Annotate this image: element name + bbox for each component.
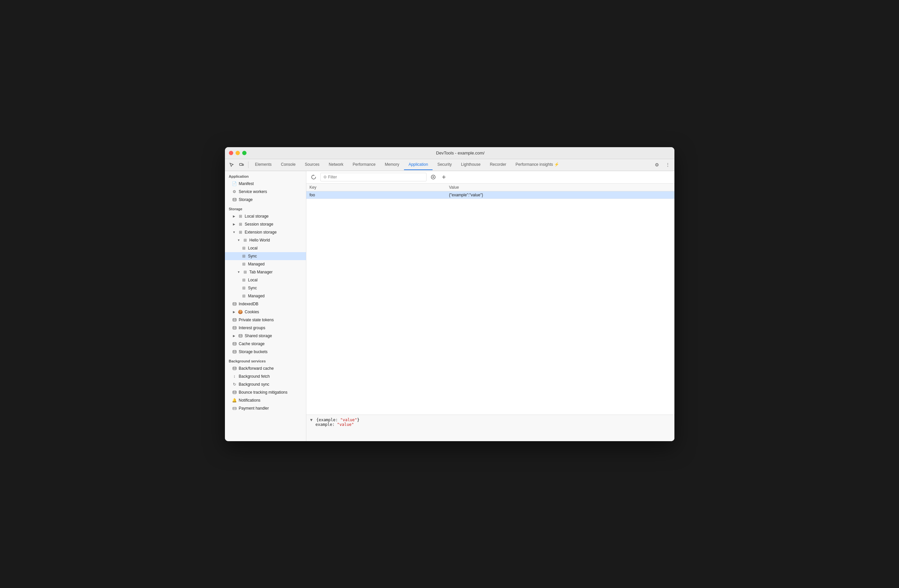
file-icon: 📄 <box>232 181 237 186</box>
arrows-icon: ↕ <box>232 374 237 379</box>
content-toolbar: ⚙ <box>306 171 674 184</box>
minimize-button[interactable] <box>236 151 240 155</box>
arrow-right-icon: ▶ <box>232 222 236 226</box>
window-title: DevTools - example.com/ <box>250 150 670 156</box>
svg-point-2 <box>233 198 236 199</box>
gear-icon: ⚙ <box>232 189 237 194</box>
svg-point-4 <box>233 318 236 319</box>
main-toolbar: Elements Console Sources Network Perform… <box>225 159 674 171</box>
grid-icon: ⊞ <box>241 278 246 282</box>
maximize-button[interactable] <box>242 151 247 155</box>
db-icon <box>232 390 237 395</box>
refresh-button[interactable] <box>310 173 318 181</box>
sidebar-item-hello-world[interactable]: ▼ ⊞ Hello World <box>225 236 306 244</box>
sidebar-item-hello-world-sync[interactable]: ⊞ Sync <box>225 252 306 260</box>
sidebar-item-session-storage[interactable]: ▶ ⊞ Session storage <box>225 220 306 228</box>
bottom-panel: ▼ {example: "value"} example: "value" <box>306 415 674 441</box>
col-header-key: Key <box>306 184 446 191</box>
sidebar-item-tab-manager-managed[interactable]: ⊞ Managed <box>225 292 306 300</box>
db-icon <box>232 326 237 330</box>
sidebar-item-extension-storage[interactable]: ▼ ⊞ Extension storage <box>225 228 306 236</box>
sidebar-item-cookies[interactable]: ▶ 🍪 Cookies <box>225 308 306 316</box>
cookie-icon: 🍪 <box>238 310 243 314</box>
sidebar-item-shared-storage[interactable]: ▶ Shared storage <box>225 332 306 340</box>
sidebar-item-tab-manager-sync[interactable]: ⊞ Sync <box>225 284 306 292</box>
arrow-down-icon: ▼ <box>237 270 241 274</box>
arrow-down-icon: ▼ <box>232 230 236 234</box>
devtools-window: DevTools - example.com/ Elements Console… <box>225 147 674 441</box>
settings-button[interactable]: ⚙ <box>652 160 662 170</box>
tab-performance[interactable]: Performance <box>348 159 380 170</box>
more-button[interactable]: ⋮ <box>663 160 672 170</box>
sidebar-item-bounce-tracking[interactable]: Bounce tracking mitigations <box>225 388 306 396</box>
section-header-storage: Storage <box>225 204 306 212</box>
grid-icon: ⊞ <box>238 230 243 235</box>
arrow-right-icon: ▶ <box>232 214 236 218</box>
clear-button[interactable] <box>429 173 437 181</box>
db-icon <box>232 198 237 202</box>
filter-icon: ⚙ <box>323 175 327 179</box>
sidebar-item-cache-storage[interactable]: Cache storage <box>225 340 306 348</box>
db-icon <box>232 341 237 346</box>
grid-icon: ⊞ <box>241 254 246 258</box>
svg-rect-0 <box>239 164 242 165</box>
sidebar-item-indexeddb[interactable]: IndexedDB <box>225 300 306 308</box>
sidebar-item-local-storage[interactable]: ▶ ⊞ Local storage <box>225 212 306 220</box>
arrow-down-icon: ▼ <box>237 238 241 242</box>
tab-recorder[interactable]: Recorder <box>485 159 511 170</box>
sidebar-item-payment-handler[interactable]: Payment handler <box>225 404 306 412</box>
tab-application[interactable]: Application <box>404 159 433 170</box>
svg-point-3 <box>233 302 236 303</box>
traffic-lights <box>229 151 247 155</box>
sidebar-item-storage-buckets[interactable]: Storage buckets <box>225 348 306 356</box>
sidebar-item-tab-manager[interactable]: ▼ ⊞ Tab Manager <box>225 268 306 276</box>
tab-network[interactable]: Network <box>324 159 348 170</box>
sidebar-item-manifest[interactable]: 📄 Manifest <box>225 180 306 188</box>
tab-sources[interactable]: Sources <box>300 159 324 170</box>
preview-line1: ▼ {example: "value"} <box>310 418 670 422</box>
tab-console[interactable]: Console <box>276 159 300 170</box>
svg-point-6 <box>239 334 242 335</box>
inspect-element-button[interactable] <box>227 160 236 170</box>
table-row[interactable]: foo {"example":"value"} <box>306 191 674 199</box>
filter-input[interactable] <box>328 175 423 179</box>
tab-memory[interactable]: Memory <box>380 159 404 170</box>
sidebar-item-service-workers[interactable]: ⚙ Service workers <box>225 188 306 196</box>
svg-point-10 <box>233 390 236 392</box>
toolbar-right: ⚙ ⋮ <box>652 160 672 170</box>
sidebar-item-background-fetch[interactable]: ↕ Background fetch <box>225 372 306 380</box>
sidebar-item-hello-world-local[interactable]: ⊞ Local <box>225 244 306 252</box>
expand-icon: ▼ <box>310 418 313 422</box>
close-button[interactable] <box>229 151 233 155</box>
sidebar-item-private-state-tokens[interactable]: Private state tokens <box>225 316 306 324</box>
data-table: Key Value foo {"example":"value"} <box>306 184 674 199</box>
bell-icon: 🔔 <box>232 398 237 403</box>
tab-lighthouse[interactable]: Lighthouse <box>456 159 485 170</box>
svg-point-5 <box>233 326 236 327</box>
section-header-background-services: Background services <box>225 356 306 364</box>
tab-security[interactable]: Security <box>433 159 456 170</box>
tab-elements[interactable]: Elements <box>250 159 276 170</box>
device-toolbar-button[interactable] <box>237 160 246 170</box>
db-icon <box>232 366 237 371</box>
preview-line2: example: "value" <box>316 422 670 427</box>
sidebar-item-notifications[interactable]: 🔔 Notifications <box>225 396 306 404</box>
sync-icon: ↻ <box>232 382 237 387</box>
filter-box[interactable]: ⚙ <box>320 173 426 181</box>
tab-performance-insights[interactable]: Performance insights ⚡ <box>511 159 564 170</box>
table-area: Key Value foo {"example":"value"} <box>306 184 674 415</box>
sidebar-item-hello-world-managed[interactable]: ⊞ Managed <box>225 260 306 268</box>
sidebar-item-backforward-cache[interactable]: Back/forward cache <box>225 364 306 372</box>
sidebar-item-tab-manager-local[interactable]: ⊞ Local <box>225 276 306 284</box>
db-icon <box>238 333 243 338</box>
sidebar-item-interest-groups[interactable]: Interest groups <box>225 324 306 332</box>
sidebar-item-background-sync[interactable]: ↻ Background sync <box>225 380 306 388</box>
grid-icon: ⊞ <box>238 214 243 219</box>
sidebar-item-storage[interactable]: Storage <box>225 196 306 204</box>
tab-bar: Elements Console Sources Network Perform… <box>250 159 564 170</box>
toolbar-separator <box>248 162 249 168</box>
grid-icon: ⊞ <box>241 294 246 298</box>
table-cell-key: foo <box>306 191 446 199</box>
delete-button[interactable] <box>440 173 448 181</box>
grid-icon: ⊞ <box>238 222 243 227</box>
